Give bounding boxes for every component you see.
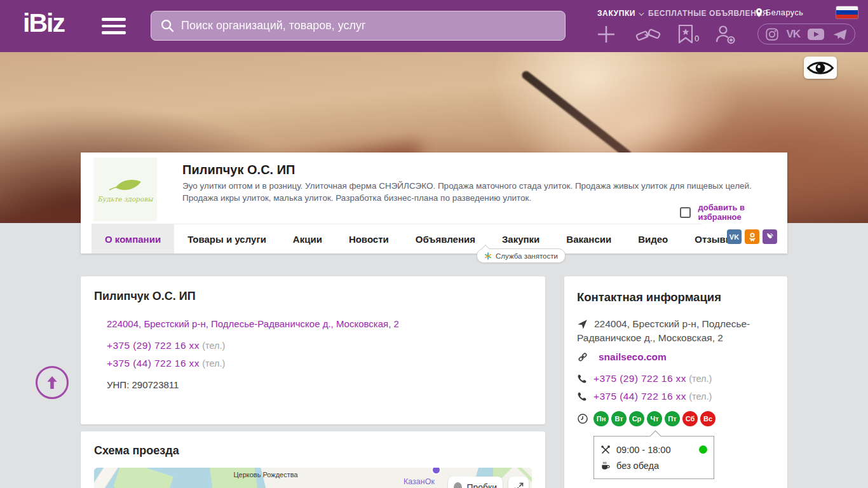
tab-products[interactable]: Товары и услуги [174,224,280,254]
day-badge-sun[interactable]: Вс [700,411,715,426]
tab-ads[interactable]: Объявления [402,224,489,254]
expand-arrows-icon [513,482,524,488]
search-input[interactable] [181,19,556,32]
clock-icon [577,413,588,424]
contact-card-title: Контактная информация [577,290,721,304]
map-fullscreen-button[interactable] [508,477,529,488]
favorite-label: добавить в избранное [698,203,787,222]
tab-vacancies[interactable]: Вакансии [553,224,625,254]
navigation-arrow-icon [577,319,588,330]
company-logo: Будьте здоровы [93,158,157,221]
search-bar[interactable] [151,11,566,41]
leaf-icon [107,176,144,194]
phone-row: +375 (44) 722 16 xx (тел.) [107,358,225,369]
arrow-up-icon [43,374,61,391]
phone-link[interactable]: +375 (29) 722 16 xx [107,340,200,351]
day-badge-tue[interactable]: Вт [611,411,627,426]
nav-zakupki[interactable]: ЗАКУПКИ [597,9,642,18]
add-company-button[interactable] [596,24,616,47]
day-badge-sat[interactable]: Сб [682,411,698,426]
working-hours: 09:00 - 18:00 [616,445,670,455]
day-badge-fri[interactable]: Пт [665,411,680,426]
chevron-down-icon [639,10,644,15]
contact-info-card: Контактная информация 224004, Брестский … [564,276,787,488]
page: iBiz ЗАКУПКИ БЕСПЛАТНЫЕ ОБЪЯВЛЕНИЯ Белар… [0,0,868,488]
map-label-church: Церковь Рождества [229,471,302,480]
accessibility-view-button[interactable] [804,57,837,79]
contact-phone-row: +375 (29) 722 16 xx (тел.) [577,373,775,384]
company-description: Эуо улитки оптом и в розницу. Улиточная … [182,180,762,204]
company-unp: УНП: 290723811 [107,379,179,390]
tab-news[interactable]: Новости [336,224,402,254]
map-poi-marker[interactable] [431,468,441,475]
company-logo-caption: Будьте здоровы [97,195,153,203]
company-name: Пилипчук О.С. ИП [182,163,295,177]
location-pin-icon [755,8,763,18]
favorites-count: 0 [695,34,699,43]
tab-video[interactable]: Видео [625,224,681,254]
map-card-title: Схема проезда [94,444,179,458]
ibiz-logo[interactable]: iBiz [23,8,64,38]
company-social-links: VK [727,229,777,244]
info-card-title: Пилипчук О.С. ИП [94,290,196,303]
country-selector[interactable]: Беларусь [755,8,803,18]
favorites-button[interactable] [677,24,694,47]
phone-icon [577,374,587,384]
eye-icon [806,59,834,77]
map-canvas[interactable]: Церковь Рождества КазанОк Пробки [94,468,532,488]
phone-row: +375 (29) 722 16 xx (тел.) [107,340,225,351]
handshake-icon [635,25,661,44]
vk-icon[interactable]: VK [727,229,742,244]
plus-icon [596,24,616,44]
map-poi-label[interactable]: КазанОк [403,477,435,486]
top-navbar: iBiz ЗАКУПКИ БЕСПЛАТНЫЕ ОБЪЯВЛЕНИЯ Белар… [0,0,868,52]
favorite-checkbox[interactable] [680,207,691,218]
scroll-to-top-button[interactable] [36,366,69,399]
open-now-indicator [699,445,707,454]
header-social-links: VK [757,24,855,44]
website-link[interactable]: snailseco.com [599,351,667,363]
day-badge-mon[interactable]: Пн [593,411,609,426]
company-header-card: Будьте здоровы Пилипчук О.С. ИП Эуо улит… [81,152,787,254]
traffic-toggle-button[interactable]: Пробки [448,477,503,488]
day-badge-wed[interactable]: Ср [629,411,644,426]
phone-link[interactable]: +375 (29) 722 16 xx [593,373,686,384]
register-button[interactable] [714,24,736,47]
company-info-card: Пилипчук О.С. ИП 224004, Брестский р-н, … [81,276,545,424]
tab-promotions[interactable]: Акции [280,224,336,254]
employment-service-icon [484,252,492,260]
coffee-cup-icon [600,461,611,471]
add-to-favorites[interactable]: добавить в избранное [680,203,787,222]
instagram-icon[interactable] [765,27,779,41]
phone-icon [577,391,587,402]
phone-link[interactable]: +375 (44) 722 16 xx [107,358,200,369]
contact-address-row: 224004, Брестский р-н, Подлесье-Радванич… [577,317,775,345]
directions-card: Схема проезда Церковь Рождества КазанОк … [81,431,545,488]
phone-link[interactable]: +375 (44) 722 16 xx [593,391,686,402]
contact-phone-row: +375 (44) 722 16 xx (тел.) [577,391,775,402]
company-tabs: О компании Товары и услуги Акции Новости… [92,224,702,254]
menu-hamburger-icon[interactable] [102,18,126,35]
contact-website-row: snailseco.com [577,351,775,363]
search-icon [160,18,175,33]
tab-about[interactable]: О компании [92,224,174,254]
lunch-info: без обеда [616,461,659,471]
viber-icon[interactable] [763,229,777,244]
nav-free-ads[interactable]: БЕСПЛАТНЫЕ ОБЪЯВЛЕНИЯ [648,9,768,18]
employment-service-tooltip: Служба занятости [477,248,566,263]
working-days-row: Пн Вт Ср Чт Пт Сб Вс [577,411,775,426]
partners-button[interactable] [635,25,661,47]
odnoklassniki-icon[interactable] [745,229,759,244]
language-flag-russian[interactable] [836,6,858,18]
traffic-light-icon [454,482,462,488]
vk-icon[interactable]: VK [787,28,801,41]
day-badge-thu[interactable]: Чт [647,411,662,426]
youtube-icon[interactable] [807,27,825,41]
tools-icon [600,445,611,455]
company-address-link[interactable]: 224004, Брестский р-н, Подлесье-Радванич… [107,318,399,329]
working-hours-tooltip: 09:00 - 18:00 без обеда [593,436,714,479]
telegram-icon[interactable] [832,27,848,41]
bookmark-star-icon [677,24,694,44]
link-icon [577,351,588,363]
person-add-icon [714,24,736,44]
